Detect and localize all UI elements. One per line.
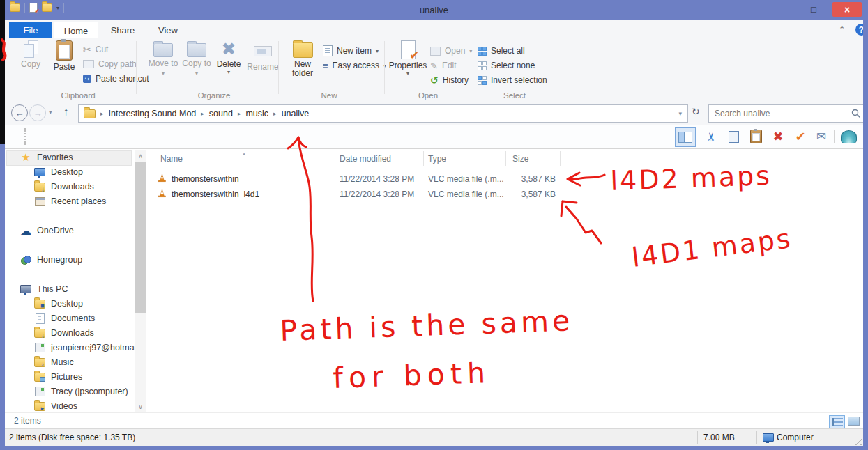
breadcrumb-segment[interactable]: Interesting Sound Mod — [109, 109, 197, 118]
scroll-up-icon[interactable]: ∧ — [135, 150, 146, 162]
sidebar-item-music[interactable]: ♪ Music — [5, 355, 135, 369]
cut-toolbar-button[interactable]: ✂ — [701, 127, 721, 146]
delete-toolbar-button[interactable]: ✖ — [768, 127, 788, 146]
rename-button[interactable]: Rename — [245, 40, 281, 89]
refresh-icon[interactable]: ↻ — [692, 106, 700, 117]
sidebar-item-homegroup[interactable]: Homegroup — [5, 253, 135, 267]
delete-button[interactable]: ✖ Delete ▾ — [213, 40, 245, 89]
easy-access-button[interactable]: ≡ Easy access ▾ — [323, 59, 386, 72]
tab-view[interactable]: View — [149, 22, 188, 38]
history-button[interactable]: ↺ History — [430, 73, 469, 87]
select-all-button[interactable]: Select all — [478, 44, 525, 58]
classic-shell-button[interactable] — [839, 127, 858, 146]
minimize-button[interactable]: – — [779, 2, 800, 17]
move-to-button[interactable]: Move to ▾ — [147, 40, 179, 89]
tab-file[interactable]: File — [9, 22, 52, 38]
column-header-size[interactable]: Size — [512, 150, 528, 167]
column-separator[interactable] — [560, 151, 561, 166]
column-separator[interactable] — [505, 151, 506, 166]
copy-path-button[interactable]: Copy path — [83, 57, 137, 71]
paste-toolbar-button[interactable] — [746, 127, 766, 146]
chevron-right-icon: ▸ — [100, 110, 104, 117]
collapse-ribbon-icon[interactable]: ⌃ — [839, 25, 845, 34]
copy-button[interactable]: Copy — [15, 40, 47, 89]
file-row[interactable]: themonsterswithin 11/22/2014 3:28 PM VLC… — [147, 171, 565, 187]
paste-button[interactable]: Paste — [48, 40, 80, 89]
sidebar-item-tracy[interactable]: Tracy (jpscomputer) — [5, 385, 135, 398]
navigation-pane-toggle[interactable] — [675, 127, 696, 147]
breadcrumb-segment[interactable]: sound — [209, 109, 233, 118]
details-view-button[interactable] — [829, 415, 845, 428]
forward-button[interactable]: → — [29, 104, 46, 121]
column-header-date[interactable]: Date modified — [340, 150, 391, 167]
resize-grip[interactable] — [853, 437, 862, 445]
file-list: ▴ Name Date modified Type Size themonste… — [147, 150, 863, 412]
explorer-icon[interactable] — [10, 3, 20, 12]
column-separator[interactable] — [423, 151, 424, 166]
sidebar-item-pc-desktop[interactable]: ■ Desktop — [5, 297, 135, 311]
user-card-icon — [34, 387, 45, 396]
open-icon — [430, 47, 441, 56]
classic-status-bar: 2 items (Disk free space: 1.35 TB) 7.00 … — [5, 428, 863, 447]
sidebar-item-pictures[interactable]: Pictures — [5, 370, 135, 384]
thumbnail-view-button[interactable] — [846, 415, 861, 427]
column-header-name[interactable]: Name — [160, 150, 183, 167]
sidebar-item-this-pc[interactable]: This PC — [5, 282, 135, 296]
breadcrumb[interactable]: ▸ Interesting Sound Mod ▸ sound ▸ music … — [78, 104, 688, 123]
sidebar-item-desktop[interactable]: Desktop — [5, 165, 135, 179]
edit-button[interactable]: ✎ Edit — [430, 59, 457, 72]
ribbon-separator — [136, 41, 137, 94]
address-dropdown-icon[interactable]: ▾ — [678, 110, 682, 117]
properties-button[interactable]: Properties ▾ — [388, 40, 427, 89]
open-button[interactable]: Open ▾ — [430, 44, 472, 58]
zone-text: Computer — [777, 433, 814, 442]
sidebar-item-recent-places[interactable]: Recent places — [5, 194, 135, 208]
sidebar-item-pc-downloads[interactable]: ↓ Downloads — [5, 326, 135, 340]
up-button[interactable]: ↑ — [63, 105, 69, 117]
new-item-button[interactable]: New item ▾ — [323, 44, 379, 58]
cut-button[interactable]: ✂ Cut — [83, 42, 108, 56]
select-none-button[interactable]: Select none — [478, 59, 535, 72]
tab-share[interactable]: Share — [101, 22, 144, 38]
ribbon-separator — [278, 41, 279, 94]
group-label-new: New — [284, 91, 374, 100]
properties-qat-icon[interactable]: ✔ — [29, 3, 38, 13]
scroll-down-icon[interactable]: ∨ — [135, 401, 146, 412]
search-icon[interactable] — [851, 109, 861, 118]
column-header-type[interactable]: Type — [428, 150, 446, 167]
group-label-organize: Organize — [169, 91, 259, 100]
sidebar-item-onedrive[interactable]: ☁ OneDrive — [5, 224, 135, 238]
toolbar-gripper[interactable] — [24, 128, 28, 145]
tab-home[interactable]: Home — [54, 22, 98, 40]
ribbon: Copy Paste ✂ Cut Copy path ↪ Paste short… — [5, 38, 863, 100]
scrollbar-thumb[interactable] — [135, 162, 146, 313]
status-separator — [756, 431, 757, 444]
new-folder-button[interactable]: New folder — [285, 40, 320, 89]
confirm-toolbar-button[interactable]: ✔ — [791, 127, 810, 146]
sidebar-item-downloads[interactable]: ↓ Downloads — [5, 180, 135, 194]
invert-selection-button[interactable]: Invert selection — [478, 73, 547, 87]
sidebar-item-favorites[interactable]: ★ Favorites — [5, 150, 135, 164]
copy-to-icon — [187, 43, 206, 57]
close-button[interactable]: × — [832, 2, 862, 17]
breadcrumb-segment[interactable]: unalive — [282, 109, 310, 118]
paste-shortcut-button[interactable]: ↪ Paste shortcut — [83, 72, 149, 86]
sidebar-item-videos[interactable]: ▸ Videos — [5, 399, 135, 412]
search-input[interactable] — [709, 108, 851, 119]
file-row[interactable]: themonsterswithin_l4d1 11/22/2014 3:28 P… — [147, 187, 565, 202]
computer-zone-icon — [763, 433, 774, 444]
sidebar-item-hotmail-account[interactable]: jeanpierrej97@hotmail.co — [5, 341, 135, 355]
window-border — [863, 0, 868, 450]
qat-dropdown-icon[interactable]: ▾ — [56, 5, 59, 11]
copy-to-button[interactable]: Copy to ▾ — [181, 40, 213, 89]
copy-toolbar-button[interactable] — [724, 127, 743, 146]
recent-locations-dropdown-icon[interactable]: ▾ — [49, 109, 52, 116]
sidebar-item-documents[interactable]: Documents — [5, 311, 135, 325]
breadcrumb-segment[interactable]: music — [245, 109, 268, 118]
email-toolbar-button[interactable]: ✉ — [812, 127, 831, 146]
new-folder-qat-icon[interactable] — [42, 3, 52, 12]
back-button[interactable]: ← — [11, 104, 28, 121]
sidebar-scrollbar[interactable]: ∧ ∨ — [135, 150, 146, 412]
maximize-button[interactable]: □ — [803, 2, 824, 17]
column-separator[interactable] — [335, 151, 335, 166]
